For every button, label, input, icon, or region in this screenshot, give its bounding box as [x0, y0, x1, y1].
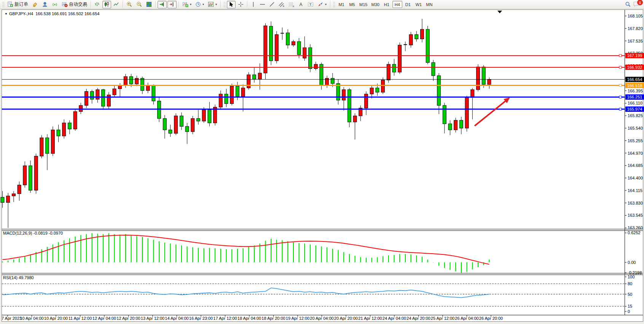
- macd-histogram-bar: [153, 240, 154, 262]
- time-axis-label: 21 Apr 12:00: [358, 316, 382, 321]
- candle-bullish: [51, 130, 54, 154]
- macd-histogram-bar: [343, 252, 344, 262]
- candle-bearish: [286, 33, 290, 45]
- time-axis-label: 14 Apr 04:00: [165, 316, 188, 321]
- candle-bullish: [471, 90, 474, 98]
- candle-bearish: [185, 126, 189, 132]
- candle-bearish: [253, 75, 256, 79]
- macd-histogram-bar: [75, 237, 76, 262]
- time-axis-label: 11 Apr 12:00: [69, 316, 92, 321]
- macd-histogram-bar: [349, 254, 350, 262]
- chart-title-symbol: GBPJPY-,H4: [9, 11, 33, 16]
- hline-anchor-166.932[interactable]: [619, 66, 622, 68]
- rsi-axis-label: 100: [628, 275, 634, 279]
- hline-anchor-166.251[interactable]: [619, 96, 622, 98]
- macd-histogram-bar: [461, 262, 462, 273]
- macd-histogram-bar: [220, 249, 221, 262]
- macd-histogram-bar: [366, 258, 367, 262]
- time-axis-label: 13 Apr 12:00: [141, 316, 164, 321]
- candle-bearish: [208, 110, 211, 123]
- candle-bullish: [381, 80, 385, 92]
- macd-histogram-bar: [136, 236, 137, 262]
- candle-bullish: [365, 94, 368, 108]
- rsi-indicator-label: RSI(14) 49.7980: [3, 275, 34, 280]
- macd-histogram-bar: [47, 247, 48, 262]
- candle-bearish: [169, 130, 172, 133]
- time-axis-label: 20 Apr 20:00: [334, 316, 358, 321]
- candle-bullish: [62, 123, 66, 136]
- candle-bullish: [342, 90, 346, 100]
- macd-histogram-bar: [360, 257, 361, 262]
- candle-bearish: [180, 116, 183, 127]
- price-badge-label: 166.251: [627, 95, 642, 99]
- price-axis-label: 165.825: [628, 113, 643, 118]
- price-axis-label: 164.115: [628, 188, 642, 193]
- candle-bearish: [141, 78, 144, 91]
- rsi-axis-label: 0: [628, 309, 630, 314]
- rsi-axis-label: 15: [628, 304, 632, 308]
- macd-histogram-bar: [416, 255, 417, 262]
- macd-axis-label: 0.6252: [628, 230, 641, 235]
- macd-histogram-bar: [187, 246, 188, 262]
- time-axis-label: 17 Apr 12:00: [213, 316, 237, 321]
- hline-anchor-167.199[interactable]: [619, 54, 622, 57]
- candle-bullish: [264, 26, 267, 73]
- candle-bearish: [90, 91, 94, 99]
- candle-bullish: [135, 78, 139, 84]
- candle-bullish: [303, 48, 306, 58]
- candle-bullish: [79, 105, 83, 111]
- macd-histogram-bar: [114, 234, 115, 262]
- macd-histogram-bar: [433, 262, 434, 263]
- macd-histogram-bar: [164, 243, 165, 262]
- price-axis-label: 163.260: [628, 226, 643, 230]
- macd-indicator-label: MACD(12,26,9) -0.0819 -0.0970: [3, 231, 63, 235]
- macd-histogram-bar: [198, 248, 199, 262]
- candle-bullish: [174, 116, 178, 133]
- time-axis-label: 16 Apr 23:00: [189, 316, 213, 321]
- macd-histogram-bar: [427, 260, 428, 262]
- macd-histogram-bar: [142, 237, 143, 262]
- candle-bearish: [297, 41, 301, 54]
- rsi-axis-label: 80: [628, 281, 632, 286]
- time-axis-label: 20 Apr 04:00: [310, 316, 333, 321]
- candle-bearish: [57, 130, 60, 136]
- candle-bearish: [443, 105, 446, 124]
- candle-bearish: [432, 62, 435, 76]
- chart-title[interactable]: ▼GBPJPY-,H4 166.538 166.691 166.502 166.…: [5, 11, 99, 16]
- macd-histogram-bar: [399, 254, 400, 262]
- price-axis-label: 167.535: [628, 39, 643, 43]
- macd-axis-label: 0.00: [628, 260, 636, 265]
- candle-bearish: [152, 85, 155, 101]
- candle-bullish: [40, 138, 43, 156]
- candle-bearish: [459, 120, 463, 128]
- symbol-dropdown-icon[interactable]: ▼: [5, 12, 8, 16]
- price-axis-label: 168.105: [628, 14, 643, 18]
- hline-anchor-166.518[interactable]: [619, 84, 622, 87]
- candle-bearish: [46, 138, 49, 153]
- macd-histogram-bar: [478, 262, 478, 267]
- chart-title-ohlc: 166.538 166.691 166.502 166.654: [35, 11, 99, 16]
- candle-bullish: [421, 29, 424, 39]
- candle-bearish: [331, 78, 334, 84]
- candle-bullish: [370, 88, 373, 94]
- macd-histogram-bar: [332, 249, 333, 262]
- price-axis-label: 164.400: [628, 176, 643, 180]
- macd-histogram-bar: [293, 242, 294, 262]
- macd-histogram-bar: [299, 243, 300, 262]
- price-badge-label: 166.654: [627, 77, 642, 82]
- hline-anchor-165.974[interactable]: [619, 108, 622, 110]
- macd-histogram-bar: [310, 245, 311, 262]
- macd-histogram-bar: [192, 247, 193, 262]
- macd-histogram-bar: [175, 245, 176, 262]
- time-axis-label: 18 Apr 20:00: [261, 316, 285, 321]
- candle-bullish: [230, 86, 234, 104]
- chart-canvas[interactable]: 168.105167.820167.535167.250166.965166.6…: [0, 0, 644, 324]
- time-axis-label: 10 Apr 04:00: [20, 316, 43, 321]
- macd-histogram-bar: [405, 254, 406, 262]
- macd-histogram-bar: [355, 256, 355, 262]
- time-axis-label: 24 Apr 04:00: [383, 316, 406, 321]
- macd-histogram-bar: [226, 249, 226, 262]
- candle-bullish: [34, 156, 38, 191]
- candle-bearish: [225, 94, 228, 103]
- macd-histogram-bar: [388, 255, 389, 262]
